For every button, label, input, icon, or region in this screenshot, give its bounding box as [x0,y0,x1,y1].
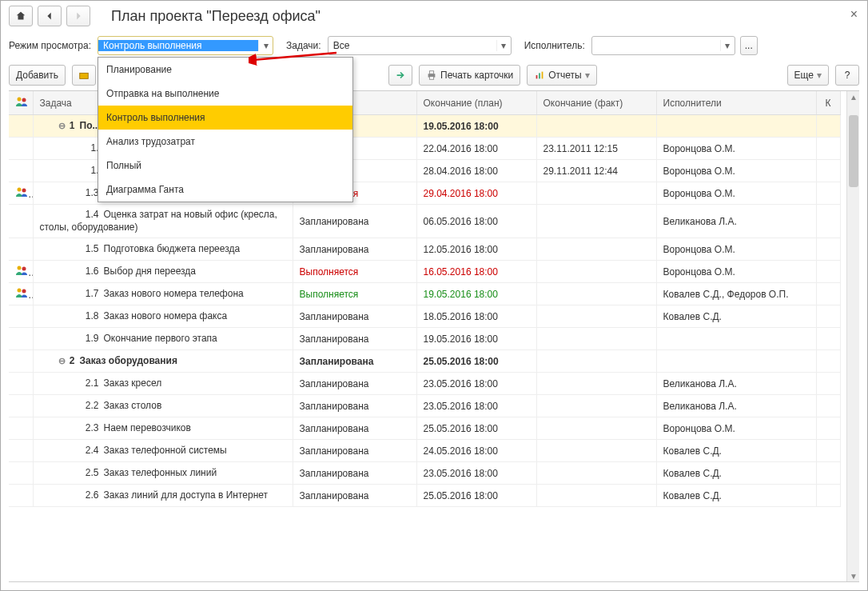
cell-k [816,462,840,485]
cell-end-plan: 22.04.2016 18:00 [416,138,536,160]
help-button[interactable]: ? [835,65,859,86]
reports-button[interactable]: Отчеты ▾ [527,65,596,86]
vertical-scrollbar[interactable]: ▲ ▼ [846,91,859,581]
tasks-select[interactable]: Все ▾ [328,36,512,55]
cell-end-fact [536,328,656,350]
svg-point-10 [18,188,22,192]
cell-status: Запланирована [293,485,416,507]
cell-icon [9,182,33,205]
cell-exec: Ковалев С.Д. [656,305,816,328]
cell-exec: Воронцова О.М. [656,182,816,205]
people-icon [15,186,28,198]
exec-select[interactable]: ▾ [591,36,735,55]
folder-icon [78,70,90,81]
cell-icon [9,417,33,440]
chart-icon [534,70,545,81]
chevron-down-icon: ▾ [817,70,822,81]
collapse-icon[interactable]: ⊖ [58,357,66,366]
exec-ellipsis-button[interactable]: ... [740,36,758,55]
cell-task: 2.5Заказ телефонных линий [33,462,293,485]
cell-end-fact [536,373,656,395]
close-icon[interactable]: × [850,7,858,22]
table-row[interactable]: 1.7Заказ нового номера телефонаВыполняет… [9,283,840,305]
toolbar-arrow-right[interactable] [388,65,412,86]
exec-label: Исполнитель: [524,40,585,51]
cell-exec [656,350,816,373]
cell-status: Запланирована [293,373,416,395]
col-end-plan[interactable]: Окончание (план) [416,91,536,115]
mode-option[interactable]: Контроль выполнения [98,106,352,130]
svg-rect-7 [542,72,543,79]
mode-option[interactable]: Полный [98,154,352,178]
cell-icon [9,205,33,238]
add-button[interactable]: Добавить [9,65,66,86]
cell-end-fact: 29.11.2011 12:44 [536,160,656,182]
cell-end-plan: 19.05.2016 18:00 [416,328,536,350]
cell-k [816,160,840,182]
more-button[interactable]: Еще ▾ [787,65,829,86]
forward-button[interactable] [66,6,90,26]
col-icon[interactable] [9,91,33,115]
cell-end-fact [536,305,656,328]
scroll-down-icon[interactable]: ▼ [847,570,859,581]
svg-rect-6 [539,73,540,78]
cell-end-fact [536,115,656,138]
cell-exec: Великанова Л.А. [656,205,816,238]
collapse-icon[interactable]: ⊖ [58,122,66,131]
svg-point-11 [22,189,26,193]
mode-option[interactable]: Планирование [98,58,352,82]
cell-end-plan: 19.05.2016 18:00 [416,115,536,138]
table-row[interactable]: 1.6Выбор дня переездаВыполняется16.05.20… [9,261,840,283]
printer-icon [426,70,437,81]
mode-select[interactable]: Контроль выполнения ▾ [98,36,273,55]
table-row[interactable]: 1.5Подготовка бюджета переездаЗапланиров… [9,238,840,261]
print-button[interactable]: Печать карточки [419,65,520,86]
col-k[interactable]: К [816,91,840,115]
arrow-left-icon [44,10,55,22]
mode-label: Режим просмотра: [9,40,91,51]
toolbar-btn-1[interactable] [72,65,96,86]
table-row[interactable]: 2.3Наем перевозчиковЗапланирована25.05.2… [9,417,840,440]
chevron-down-icon[interactable]: ▾ [496,40,511,51]
chevron-down-icon[interactable]: ▾ [720,40,735,51]
table-row[interactable]: 2.4Заказ телефонной системыЗапланирована… [9,440,840,462]
table-row[interactable]: 2.2Заказ столовЗапланирована23.05.2016 1… [9,395,840,417]
cell-exec: Великанова Л.А. [656,395,816,417]
table-row[interactable]: 2.5Заказ телефонных линийЗапланирована23… [9,462,840,485]
cell-k [816,440,840,462]
table-row[interactable]: 1.8Заказ нового номера факсаЗапланирован… [9,305,840,328]
scroll-up-icon[interactable]: ▲ [847,91,859,102]
arrow-right-icon [73,10,84,22]
cell-status: Запланирована [293,350,416,373]
cell-status: Запланирована [293,417,416,440]
table-row[interactable]: 2.6Заказ линий для доступа в ИнтернетЗап… [9,485,840,507]
cell-k [816,138,840,160]
home-button[interactable] [9,6,33,26]
cell-status: Запланирована [293,305,416,328]
chevron-down-icon[interactable]: ▾ [258,40,273,51]
cell-end-fact [536,182,656,205]
svg-rect-3 [429,71,433,74]
people-icon [15,96,28,107]
back-button[interactable] [38,6,62,26]
cell-icon [9,350,33,373]
mode-option[interactable]: Отправка на выполнение [98,82,352,106]
table-row[interactable]: 1.9Окончание первого этапаЗапланирована1… [9,328,840,350]
cell-k [816,205,840,238]
mode-select-value: Контроль выполнения [98,40,258,51]
scroll-thumb[interactable] [849,115,858,187]
table-row[interactable]: ⊖2Заказ оборудованияЗапланирована25.05.2… [9,350,840,373]
cell-end-plan: 23.05.2016 18:00 [416,462,536,485]
cell-status: Выполняется [293,261,416,283]
mode-option[interactable]: Диаграмма Ганта [98,178,352,202]
cell-task: 1.9Окончание первого этапа [33,328,293,350]
cell-exec: Ковалев С.Д. [656,462,816,485]
table-row[interactable]: 1.4Оценка затрат на новый офис (кресла, … [9,205,840,238]
table-row[interactable]: 2.1Заказ креселЗапланирована23.05.2016 1… [9,373,840,395]
reports-label: Отчеты [548,70,581,81]
col-exec[interactable]: Исполнители [656,91,816,115]
svg-rect-5 [536,75,538,78]
cell-k [816,417,840,440]
col-end-fact[interactable]: Окончание (факт) [536,91,656,115]
mode-option[interactable]: Анализ трудозатрат [98,130,352,154]
